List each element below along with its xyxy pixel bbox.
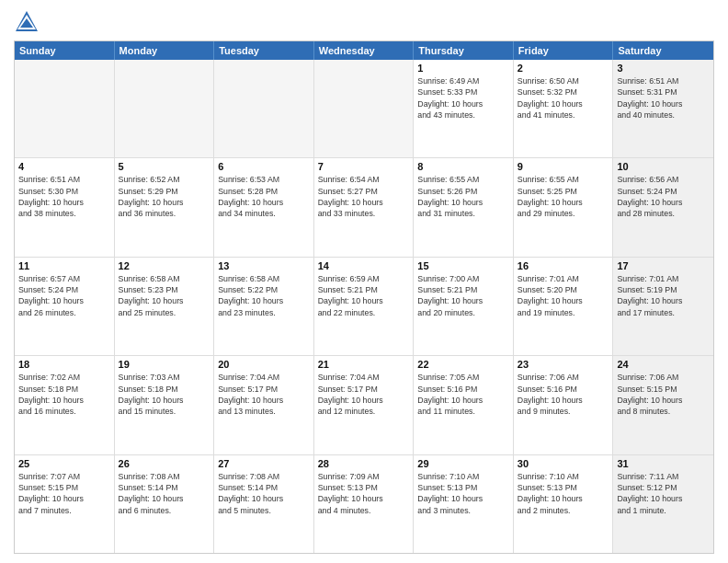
calendar-cell-13: 13Sunrise: 6:58 AM Sunset: 5:22 PM Dayli… (214, 258, 314, 355)
weekday-header-monday: Monday (115, 41, 215, 60)
day-number: 24 (617, 359, 710, 370)
day-number: 20 (218, 359, 310, 370)
calendar-cell-4: 4Sunrise: 6:51 AM Sunset: 5:30 PM Daylig… (15, 158, 115, 256)
day-number: 25 (18, 458, 110, 469)
calendar-cell-5: 5Sunrise: 6:52 AM Sunset: 5:29 PM Daylig… (115, 158, 215, 256)
weekday-header-saturday: Saturday (613, 41, 713, 60)
day-info: Sunrise: 7:10 AM Sunset: 5:13 PM Dayligh… (518, 471, 609, 516)
weekday-header-tuesday: Tuesday (214, 41, 314, 60)
day-number: 16 (518, 260, 609, 271)
day-info: Sunrise: 7:11 AM Sunset: 5:12 PM Dayligh… (617, 471, 710, 516)
day-info: Sunrise: 7:00 AM Sunset: 5:21 PM Dayligh… (417, 273, 509, 318)
day-info: Sunrise: 7:06 AM Sunset: 5:16 PM Dayligh… (518, 372, 609, 417)
logo-icon (14, 9, 40, 35)
day-info: Sunrise: 6:52 AM Sunset: 5:29 PM Dayligh… (119, 174, 210, 219)
day-number: 23 (518, 359, 609, 370)
calendar-cell-3: 3Sunrise: 6:51 AM Sunset: 5:31 PM Daylig… (613, 60, 713, 157)
calendar-cell-12: 12Sunrise: 6:58 AM Sunset: 5:23 PM Dayli… (115, 258, 215, 355)
day-number: 9 (518, 161, 609, 172)
calendar-cell-empty-0 (15, 60, 115, 157)
day-number: 12 (119, 260, 210, 271)
day-info: Sunrise: 7:05 AM Sunset: 5:16 PM Dayligh… (417, 372, 509, 417)
day-info: Sunrise: 7:04 AM Sunset: 5:17 PM Dayligh… (218, 372, 310, 417)
calendar-cell-25: 25Sunrise: 7:07 AM Sunset: 5:15 PM Dayli… (15, 455, 115, 553)
calendar-week-3: 11Sunrise: 6:57 AM Sunset: 5:24 PM Dayli… (15, 258, 713, 356)
day-number: 27 (218, 458, 310, 469)
calendar-cell-29: 29Sunrise: 7:10 AM Sunset: 5:13 PM Dayli… (414, 455, 514, 553)
day-number: 3 (617, 63, 710, 74)
weekday-header-sunday: Sunday (15, 41, 115, 60)
day-number: 4 (18, 161, 110, 172)
calendar-cell-2: 2Sunrise: 6:50 AM Sunset: 5:32 PM Daylig… (514, 60, 614, 157)
calendar-cell-28: 28Sunrise: 7:09 AM Sunset: 5:13 PM Dayli… (314, 455, 415, 553)
calendar-cell-24: 24Sunrise: 7:06 AM Sunset: 5:15 PM Dayli… (613, 356, 713, 454)
day-number: 1 (417, 63, 509, 74)
day-info: Sunrise: 6:55 AM Sunset: 5:25 PM Dayligh… (518, 174, 609, 219)
calendar-cell-11: 11Sunrise: 6:57 AM Sunset: 5:24 PM Dayli… (15, 258, 115, 355)
weekday-header-wednesday: Wednesday (314, 41, 415, 60)
calendar-cell-8: 8Sunrise: 6:55 AM Sunset: 5:26 PM Daylig… (414, 158, 514, 256)
day-number: 15 (417, 260, 509, 271)
day-number: 28 (318, 458, 410, 469)
day-info: Sunrise: 6:51 AM Sunset: 5:30 PM Dayligh… (18, 174, 110, 219)
calendar-cell-15: 15Sunrise: 7:00 AM Sunset: 5:21 PM Dayli… (414, 258, 514, 355)
calendar-cell-empty-2 (214, 60, 314, 157)
day-number: 30 (518, 458, 609, 469)
day-info: Sunrise: 6:54 AM Sunset: 5:27 PM Dayligh… (318, 174, 410, 219)
calendar-cell-14: 14Sunrise: 6:59 AM Sunset: 5:21 PM Dayli… (314, 258, 415, 355)
day-number: 6 (218, 161, 310, 172)
day-number: 19 (119, 359, 210, 370)
calendar-cell-10: 10Sunrise: 6:56 AM Sunset: 5:24 PM Dayli… (613, 158, 713, 256)
day-info: Sunrise: 7:08 AM Sunset: 5:14 PM Dayligh… (218, 471, 310, 516)
day-info: Sunrise: 6:59 AM Sunset: 5:21 PM Dayligh… (318, 273, 410, 318)
calendar-week-4: 18Sunrise: 7:02 AM Sunset: 5:18 PM Dayli… (15, 356, 713, 454)
weekday-header-thursday: Thursday (414, 41, 514, 60)
day-info: Sunrise: 6:58 AM Sunset: 5:23 PM Dayligh… (119, 273, 210, 318)
calendar-cell-1: 1Sunrise: 6:49 AM Sunset: 5:33 PM Daylig… (414, 60, 514, 157)
calendar-week-2: 4Sunrise: 6:51 AM Sunset: 5:30 PM Daylig… (15, 158, 713, 257)
calendar-cell-6: 6Sunrise: 6:53 AM Sunset: 5:28 PM Daylig… (214, 158, 314, 256)
calendar-cell-17: 17Sunrise: 7:01 AM Sunset: 5:19 PM Dayli… (613, 258, 713, 355)
calendar-body: 1Sunrise: 6:49 AM Sunset: 5:33 PM Daylig… (15, 60, 713, 553)
day-info: Sunrise: 6:55 AM Sunset: 5:26 PM Dayligh… (417, 174, 509, 219)
calendar-cell-16: 16Sunrise: 7:01 AM Sunset: 5:20 PM Dayli… (514, 258, 614, 355)
day-info: Sunrise: 7:10 AM Sunset: 5:13 PM Dayligh… (417, 471, 509, 516)
calendar-cell-9: 9Sunrise: 6:55 AM Sunset: 5:25 PM Daylig… (514, 158, 614, 256)
day-number: 7 (318, 161, 410, 172)
day-number: 2 (518, 63, 609, 74)
day-number: 31 (617, 458, 710, 469)
day-info: Sunrise: 6:50 AM Sunset: 5:32 PM Dayligh… (518, 75, 609, 121)
day-number: 11 (18, 260, 110, 271)
calendar-cell-20: 20Sunrise: 7:04 AM Sunset: 5:17 PM Dayli… (214, 356, 314, 454)
calendar-cell-31: 31Sunrise: 7:11 AM Sunset: 5:12 PM Dayli… (613, 455, 713, 553)
logo (14, 9, 43, 35)
weekday-header-friday: Friday (514, 41, 614, 60)
day-info: Sunrise: 6:57 AM Sunset: 5:24 PM Dayligh… (18, 273, 110, 318)
day-number: 13 (218, 260, 310, 271)
day-info: Sunrise: 7:04 AM Sunset: 5:17 PM Dayligh… (318, 372, 410, 417)
day-info: Sunrise: 7:02 AM Sunset: 5:18 PM Dayligh… (18, 372, 110, 417)
day-number: 22 (417, 359, 509, 370)
calendar-cell-7: 7Sunrise: 6:54 AM Sunset: 5:27 PM Daylig… (314, 158, 415, 256)
day-info: Sunrise: 6:51 AM Sunset: 5:31 PM Dayligh… (617, 75, 710, 121)
calendar: SundayMondayTuesdayWednesdayThursdayFrid… (14, 40, 714, 554)
day-number: 29 (417, 458, 509, 469)
day-info: Sunrise: 7:01 AM Sunset: 5:19 PM Dayligh… (617, 273, 710, 318)
day-number: 5 (119, 161, 210, 172)
day-info: Sunrise: 7:09 AM Sunset: 5:13 PM Dayligh… (318, 471, 410, 516)
day-info: Sunrise: 6:56 AM Sunset: 5:24 PM Dayligh… (617, 174, 710, 219)
day-number: 8 (417, 161, 509, 172)
calendar-cell-empty-3 (314, 60, 415, 157)
calendar-header: SundayMondayTuesdayWednesdayThursdayFrid… (15, 41, 713, 60)
calendar-cell-30: 30Sunrise: 7:10 AM Sunset: 5:13 PM Dayli… (514, 455, 614, 553)
day-number: 10 (617, 161, 710, 172)
calendar-cell-23: 23Sunrise: 7:06 AM Sunset: 5:16 PM Dayli… (514, 356, 614, 454)
calendar-week-5: 25Sunrise: 7:07 AM Sunset: 5:15 PM Dayli… (15, 455, 713, 553)
header (14, 9, 714, 35)
calendar-cell-19: 19Sunrise: 7:03 AM Sunset: 5:18 PM Dayli… (115, 356, 215, 454)
calendar-cell-empty-1 (115, 60, 215, 157)
day-info: Sunrise: 7:08 AM Sunset: 5:14 PM Dayligh… (119, 471, 210, 516)
day-info: Sunrise: 7:01 AM Sunset: 5:20 PM Dayligh… (518, 273, 609, 318)
calendar-cell-18: 18Sunrise: 7:02 AM Sunset: 5:18 PM Dayli… (15, 356, 115, 454)
day-info: Sunrise: 6:49 AM Sunset: 5:33 PM Dayligh… (417, 75, 509, 121)
